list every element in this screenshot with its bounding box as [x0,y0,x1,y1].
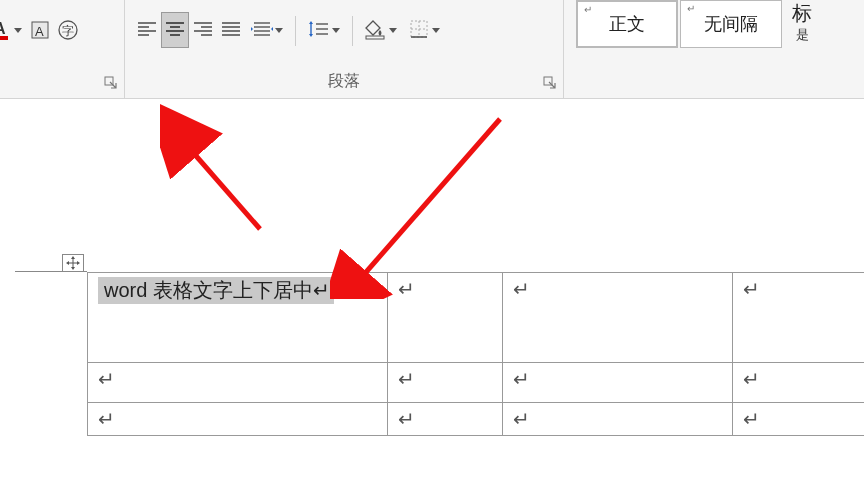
paragraph-mark: ↵ [513,368,530,390]
table-cell[interactable]: ↵ [88,363,388,403]
table-cell[interactable]: ↵ [503,363,733,403]
align-left-icon [137,21,157,39]
ribbon-styles-group: ↵ 正文 ↵ 无间隔 标 是 [564,0,812,98]
table-cell[interactable]: word 表格文字上下居中↵ [88,273,388,363]
document-table[interactable]: word 表格文字上下居中↵ ↵ ↵ ↵ ↵ ↵ ↵ ↵ ↵ ↵ ↵ ↵ [87,272,864,436]
font-color-button[interactable]: A [0,12,26,48]
table-cell[interactable]: ↵ [503,273,733,363]
annotation-arrow-2 [330,99,530,299]
paragraph-mark: ↵ [398,278,415,300]
svg-rect-31 [366,36,384,39]
borders-icon [410,20,430,40]
distributed-icon [251,21,273,39]
enclose-char-icon: 字 [57,19,79,41]
dropdown-arrow-icon [275,28,283,33]
paragraph-group-label: 段落 [328,71,360,92]
style-body-text[interactable]: ↵ 正文 [576,0,678,48]
style-heading-partial-bottom: 是 [796,25,809,45]
paragraph-mark: ↵ [398,368,415,390]
document-area[interactable]: word 表格文字上下居中↵ ↵ ↵ ↵ ↵ ↵ ↵ ↵ ↵ ↵ ↵ ↵ [0,99,864,500]
align-justify-icon [221,21,241,39]
align-right-button[interactable] [189,12,217,48]
ribbon-font-group: A A 字 [0,0,125,98]
dialog-launcher-icon [543,76,557,90]
separator [295,16,296,46]
table-cell[interactable]: ↵ [388,273,503,363]
enclose-char-button[interactable]: 字 [54,12,82,48]
svg-text:字: 字 [62,24,74,38]
paragraph-mark: ↵ [513,408,530,430]
paragraph-mark: ↵ [743,408,760,430]
style-no-spacing[interactable]: ↵ 无间隔 [680,0,782,48]
line-spacing-button[interactable] [302,12,346,48]
line-spacing-icon [308,21,330,39]
paragraph-mark: ↵ [513,278,530,300]
table-cell[interactable]: ↵ [733,273,865,363]
dropdown-arrow-icon [389,28,397,33]
table-row[interactable]: ↵ ↵ ↵ ↵ [88,363,865,403]
style-heading-partial-top: 标 [792,3,812,23]
table-cell[interactable]: ↵ [88,403,388,436]
align-center-icon [165,21,185,39]
paragraph-mark: ↵ [398,408,415,430]
borders-button[interactable] [403,12,447,48]
table-cell[interactable]: ↵ [733,363,865,403]
align-right-icon [193,21,213,39]
shading-button[interactable] [359,12,403,48]
table-cell[interactable]: ↵ [733,403,865,436]
dropdown-arrow-icon [14,28,22,33]
svg-line-40 [190,149,260,229]
cell-text: word 表格文字上下居中 [104,279,313,301]
paragraph-mark: ↵ [98,368,115,390]
highlight-button[interactable]: A [26,12,54,48]
style-no-spacing-label: 无间隔 [704,12,758,36]
table-row[interactable]: ↵ ↵ ↵ ↵ [88,403,865,436]
move-handle-icon [66,256,80,270]
table-move-handle[interactable] [62,254,84,272]
style-body-text-label: 正文 [609,12,645,36]
align-center-button[interactable] [161,12,189,48]
dialog-launcher-icon [104,76,118,90]
ribbon: A A 字 [0,0,864,99]
font-color-icon: A [0,19,12,41]
table-cell[interactable]: ↵ [388,403,503,436]
highlight-icon: A [29,19,51,41]
table-cell[interactable]: ↵ [503,403,733,436]
font-group-expand[interactable] [104,76,118,90]
paragraph-mark: ↵ [313,279,330,301]
align-left-button[interactable] [133,12,161,48]
svg-rect-1 [0,36,8,40]
selected-cell-text[interactable]: word 表格文字上下居中↵ [98,277,334,304]
separator [352,16,353,46]
shading-icon [365,20,387,40]
align-justify-button[interactable] [217,12,245,48]
table-row[interactable]: word 表格文字上下居中↵ ↵ ↵ ↵ [88,273,865,363]
dropdown-arrow-icon [332,28,340,33]
svg-text:A: A [0,20,6,37]
style-heading-partial[interactable]: 标 是 [784,0,812,48]
paragraph-mark: ↵ [743,368,760,390]
svg-text:A: A [35,24,44,39]
ribbon-paragraph-group: 段落 [125,0,564,98]
style-mini-mark: ↵ [584,4,592,15]
paragraph-group-expand[interactable] [543,76,557,90]
dropdown-arrow-icon [432,28,440,33]
paragraph-mark: ↵ [98,408,115,430]
style-mini-mark: ↵ [687,3,695,14]
table-cell[interactable]: ↵ [388,363,503,403]
distributed-align-button[interactable] [245,12,289,48]
svg-line-42 [360,119,500,279]
paragraph-mark: ↵ [743,278,760,300]
